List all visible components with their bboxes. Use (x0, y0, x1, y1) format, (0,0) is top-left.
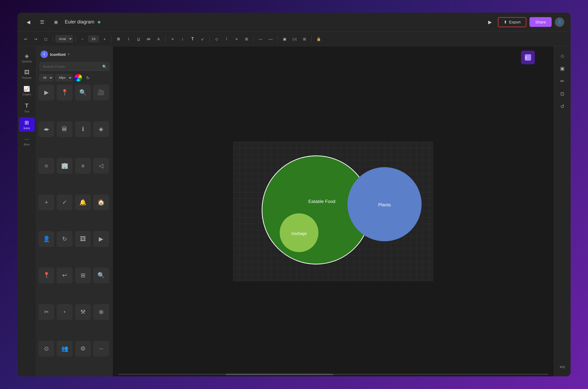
icon-cell[interactable]: 👥 (57, 341, 72, 357)
icon-cell[interactable]: ◁ (93, 158, 109, 174)
panel-title: Iconfont (50, 52, 66, 57)
menu-button[interactable]: ☰ (37, 17, 47, 27)
sidebar-item-icons-label: Icons (24, 127, 30, 130)
icon-cell[interactable]: 📍 (57, 85, 72, 100)
undo-button[interactable]: ↩ (22, 35, 30, 43)
eraser-button[interactable]: ◻ (42, 35, 50, 43)
icon-cell[interactable]: 🏠 (93, 194, 109, 210)
favorite-star-icon[interactable]: ★ (97, 19, 101, 25)
sidebar-item-more[interactable]: ··· More (19, 134, 35, 148)
toolbar-divider-1 (53, 36, 53, 42)
sidebar-item-icons[interactable]: ⊞ Icons (19, 117, 35, 132)
icon-cell[interactable]: ↩ (57, 268, 72, 283)
horizontal-scrollbar[interactable] (113, 372, 554, 376)
icon-cell[interactable]: ✓ (57, 194, 72, 210)
icon-cell[interactable]: ✦ (57, 304, 72, 320)
bold-button[interactable]: B (114, 35, 123, 43)
iconfont-logo: I (41, 51, 48, 58)
arrange-button[interactable]: ≡ (232, 35, 241, 43)
doc-icon[interactable]: ▣ (51, 17, 61, 27)
underline-button[interactable]: U (134, 35, 143, 43)
line-spacing-button[interactable]: ↕ (178, 35, 187, 43)
refresh-button[interactable]: ↻ (84, 74, 91, 81)
redo-button[interactable]: ↪ (32, 35, 40, 43)
search-input[interactable] (40, 62, 109, 71)
text-format-button[interactable]: T (188, 35, 197, 43)
font-size-input[interactable] (88, 36, 99, 42)
curve-button[interactable]: ↙ (198, 35, 207, 43)
line-type-button[interactable]: —· (266, 35, 275, 43)
sidebar-item-symbols[interactable]: ◈ Symbols (19, 51, 35, 65)
icon-cell[interactable]: 🔍 (75, 85, 91, 100)
icon-cell[interactable]: ⊙ (38, 341, 54, 357)
icon-cell[interactable]: ⚒ (75, 304, 91, 320)
stroke-button[interactable]: / (222, 35, 231, 43)
table-button[interactable]: ⊞ (300, 35, 309, 43)
icon-cell[interactable]: 🔍 (93, 268, 109, 283)
align-button[interactable]: ≡ (168, 35, 177, 43)
toolbar: ↩ ↪ ◻ Arial − + B I U ab A ≡ ↕ T ↙ ◇ / ≡… (17, 32, 571, 46)
scrollbar-thumb[interactable] (226, 374, 334, 375)
toolbar-divider-2 (75, 36, 76, 42)
font-family-select[interactable]: Arial (56, 35, 73, 42)
frame-tool-button[interactable]: ⊡ (557, 89, 568, 99)
icon-cell[interactable]: ↻ (57, 231, 72, 247)
icon-cell[interactable]: — (93, 341, 109, 357)
icon-cell[interactable]: 🎥 (93, 85, 109, 100)
sidebar-item-graphs-label: Graphs (22, 93, 31, 96)
strikethrough-button[interactable]: ab (144, 35, 153, 43)
settings-button[interactable]: ≡⊙ (557, 362, 568, 372)
sidebar-item-text[interactable]: T Text (19, 100, 35, 115)
size-filter[interactable]: 48px (55, 74, 72, 81)
avatar[interactable]: 👤 (555, 17, 564, 27)
toolbar-divider-6 (253, 36, 254, 42)
play-button[interactable]: ▶ (485, 17, 495, 27)
sidebar-item-graphs[interactable]: 📈 Graphs (19, 84, 35, 98)
icon-cell[interactable]: ▶ (93, 231, 109, 247)
main-content: ◈ Symbols 🖼 Pictures 📈 Graphs T Text ⊞ I… (17, 46, 571, 376)
export-button[interactable]: ⬆ Export (498, 17, 526, 27)
arrange-properties-button[interactable]: ▣ (557, 63, 568, 74)
italic-button[interactable]: I (124, 35, 133, 43)
font-size-decrease-button[interactable]: − (78, 35, 87, 43)
icon-cell[interactable]: ◀▶ (38, 121, 54, 137)
icon-cell[interactable]: ⊟ (38, 158, 54, 174)
style-properties-button[interactable]: ◇ (557, 51, 568, 61)
icon-cell[interactable]: ▶ (38, 85, 54, 100)
back-button[interactable]: ◀ (24, 17, 33, 27)
sidebar-item-symbols-label: Symbols (22, 60, 32, 63)
canvas-area[interactable]: I Eatable Food Plants (113, 46, 554, 376)
pen-tool-button[interactable]: ✏ (557, 76, 568, 86)
icon-cell[interactable]: 🏢 (57, 158, 72, 174)
lock-button[interactable]: 🔒 (314, 35, 323, 43)
icon-cell[interactable]: ℹ (75, 121, 91, 137)
search-icon[interactable]: 🔍 (102, 65, 107, 69)
sidebar-item-text-label: Text (24, 110, 29, 113)
sidebar-item-pictures[interactable]: 🖼 Pictures (19, 67, 35, 81)
icon-cell[interactable]: 👤 (38, 231, 54, 247)
font-size-increase-button[interactable]: + (100, 35, 109, 43)
icon-cell[interactable]: 🔔 (75, 194, 91, 210)
sidebar-item-more-label: More (24, 143, 30, 146)
icon-cell[interactable]: ✂ (38, 304, 54, 320)
icon-cell[interactable]: ⊞ (75, 158, 91, 174)
grid-btn[interactable]: ⊞ (242, 35, 251, 43)
category-filter[interactable]: All (40, 74, 53, 81)
share-button[interactable]: Share (530, 17, 552, 27)
icon-cell[interactable]: ◈ (93, 121, 109, 137)
history-button[interactable]: ↺ (557, 101, 568, 112)
diagram-canvas[interactable]: Eatable Food Plants Garbage (233, 142, 433, 281)
text-color-button[interactable]: A (154, 35, 163, 43)
icon-cell[interactable]: ⊗ (93, 304, 109, 320)
icon-cell[interactable]: 🖼 (75, 231, 91, 247)
icon-cell[interactable]: 🏛 (57, 121, 72, 137)
color-picker-button[interactable] (75, 74, 82, 81)
fill-button[interactable]: ◇ (212, 35, 221, 43)
icon-cell[interactable]: + (38, 194, 54, 210)
line-style-button[interactable]: — (256, 35, 265, 43)
frame-button[interactable]: ▣ (280, 35, 289, 43)
icon-cell[interactable]: ⚙ (75, 341, 91, 357)
icon-cell[interactable]: 📍 (38, 268, 54, 283)
icon-cell[interactable]: ⊞ (75, 268, 91, 283)
animate-button[interactable]: ▷| (290, 35, 299, 43)
